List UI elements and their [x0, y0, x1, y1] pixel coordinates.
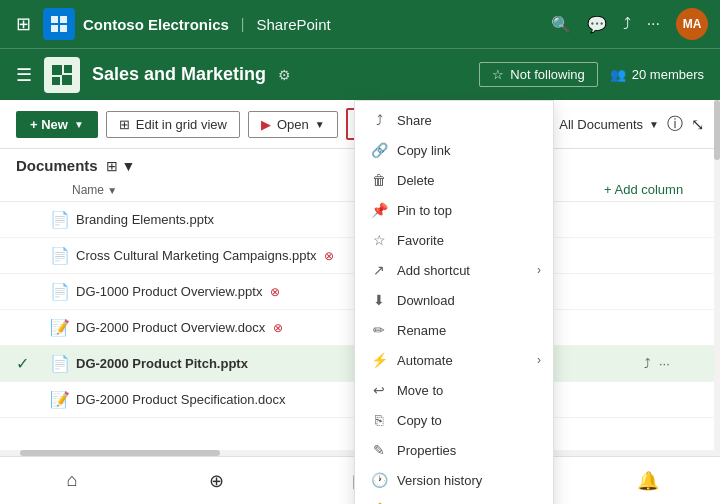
menu-item-automate[interactable]: ⚡ Automate › — [355, 345, 553, 375]
ppt-file-icon: 📄 — [48, 210, 72, 229]
properties-label: Properties — [397, 443, 456, 458]
top-navigation: ⊞ Contoso Electronics | SharePoint 🔍 💬 ⤴… — [0, 0, 720, 48]
menu-item-copy-link[interactable]: 🔗 Copy link — [355, 135, 553, 165]
share-menu-icon: ⤴ — [371, 112, 387, 128]
vertical-scrollbar[interactable] — [714, 100, 720, 480]
globe-nav-icon[interactable]: ⊕ — [192, 457, 240, 505]
shortcut-icon: ↗ — [371, 262, 387, 278]
copy-to-label: Copy to — [397, 413, 442, 428]
svg-rect-3 — [60, 25, 67, 32]
favorite-label: Favorite — [397, 233, 444, 248]
history-icon: 🕐 — [371, 472, 387, 488]
site-icon — [44, 57, 80, 93]
home-nav-icon[interactable]: ⌂ — [48, 457, 96, 505]
ppt-file-icon: 📄 — [48, 354, 72, 373]
open-icon: ▶ — [261, 117, 271, 132]
view-switch-icon[interactable]: ⊞ ▼ — [106, 158, 136, 174]
share-action-icon[interactable]: ⤴ — [644, 356, 651, 371]
check-icon: ✓ — [16, 354, 29, 373]
error-icon: ⊗ — [273, 321, 283, 335]
version-history-label: Version history — [397, 473, 482, 488]
menu-item-download[interactable]: ⬇ Download — [355, 285, 553, 315]
svg-rect-2 — [51, 25, 58, 32]
automate-label: Automate — [397, 353, 453, 368]
row-checkbox[interactable]: ✓ — [16, 354, 48, 373]
menu-item-move-to[interactable]: ↩ Move to — [355, 375, 553, 405]
pin-icon: 📌 — [371, 202, 387, 218]
more-action-icon[interactable]: ··· — [659, 356, 670, 371]
menu-item-properties[interactable]: ✎ Properties — [355, 435, 553, 465]
people-icon: 👥 — [610, 67, 626, 82]
menu-item-add-shortcut[interactable]: ↗ Add shortcut › — [355, 255, 553, 285]
properties-icon: ✎ — [371, 442, 387, 458]
menu-item-alert-me[interactable]: 🔔 Alert me — [355, 495, 553, 504]
following-label: Not following — [510, 67, 584, 82]
all-documents-button[interactable]: ≡ All Documents ▼ — [546, 117, 659, 132]
settings-icon[interactable]: ⚙ — [278, 67, 291, 83]
context-menu: ⤴ Share 🔗 Copy link 🗑 Delete 📌 Pin to to… — [354, 100, 554, 504]
menu-item-favorite[interactable]: ☆ Favorite — [355, 225, 553, 255]
rename-icon: ✏ — [371, 322, 387, 338]
star-icon: ☆ — [492, 67, 504, 82]
bell-nav-icon[interactable]: 🔔 — [624, 457, 672, 505]
edit-grid-button[interactable]: ⊞ Edit in grid view — [106, 111, 240, 138]
menu-item-pin[interactable]: 📌 Pin to top — [355, 195, 553, 225]
svg-rect-0 — [51, 16, 58, 23]
members-label: 20 members — [632, 67, 704, 82]
menu-item-share[interactable]: ⤴ Share — [355, 105, 553, 135]
move-to-label: Move to — [397, 383, 443, 398]
svg-rect-7 — [62, 75, 72, 85]
share-icon[interactable]: ⤴ — [623, 15, 631, 33]
all-docs-chevron-icon: ▼ — [649, 119, 659, 130]
word-file-icon: 📝 — [48, 318, 72, 337]
menu-item-copy-to[interactable]: ⎘ Copy to — [355, 405, 553, 435]
top-nav-actions: 🔍 💬 ⤴ ··· MA — [551, 8, 708, 40]
submenu-chevron-icon: › — [537, 353, 541, 367]
svg-rect-5 — [64, 65, 72, 73]
edit-grid-label: Edit in grid view — [136, 117, 227, 132]
avatar[interactable]: MA — [676, 8, 708, 40]
share-label: Share — [397, 113, 432, 128]
move-icon: ↩ — [371, 382, 387, 398]
chevron-down-icon: ▼ — [74, 119, 84, 130]
waffle-icon[interactable]: ⊞ — [12, 9, 35, 39]
svg-rect-4 — [52, 65, 62, 75]
menu-item-delete[interactable]: 🗑 Delete — [355, 165, 553, 195]
rename-label: Rename — [397, 323, 446, 338]
ppt-file-icon: 📄 — [48, 282, 72, 301]
site-title: Sales and Marketing — [92, 64, 266, 85]
menu-item-rename[interactable]: ✏ Rename — [355, 315, 553, 345]
ppt-file-icon: 📄 — [48, 246, 72, 265]
menu-item-version-history[interactable]: 🕐 Version history — [355, 465, 553, 495]
error-icon: ⊗ — [324, 249, 334, 263]
chat-icon[interactable]: 💬 — [587, 15, 607, 34]
svg-rect-1 — [60, 16, 67, 23]
site-header: ☰ Sales and Marketing ⚙ ☆ Not following … — [0, 48, 720, 100]
star-menu-icon: ☆ — [371, 232, 387, 248]
open-chevron-icon: ▼ — [315, 119, 325, 130]
more-options-icon[interactable]: ··· — [647, 15, 660, 33]
svg-rect-6 — [52, 77, 60, 85]
platform-name: SharePoint — [257, 16, 331, 33]
grid-icon: ⊞ — [119, 117, 130, 132]
add-shortcut-label: Add shortcut — [397, 263, 470, 278]
following-button[interactable]: ☆ Not following — [479, 62, 597, 87]
open-button[interactable]: ▶ Open ▼ — [248, 111, 338, 138]
download-icon: ⬇ — [371, 292, 387, 308]
search-icon[interactable]: 🔍 — [551, 15, 571, 34]
error-icon: ⊗ — [270, 285, 280, 299]
add-column-button[interactable]: + Add column — [604, 182, 683, 197]
info-icon[interactable]: ⓘ — [667, 114, 683, 135]
documents-title: Documents — [16, 157, 98, 174]
new-button[interactable]: + New ▼ — [16, 111, 98, 138]
members-button[interactable]: 👥 20 members — [610, 67, 704, 82]
delete-label: Delete — [397, 173, 435, 188]
word-file-icon: 📝 — [48, 390, 72, 409]
automate-icon: ⚡ — [371, 352, 387, 368]
hamburger-menu-icon[interactable]: ☰ — [16, 64, 32, 86]
download-label: Download — [397, 293, 455, 308]
new-button-label: + New — [30, 117, 68, 132]
expand-icon[interactable]: ⤡ — [691, 115, 704, 134]
app-logo — [43, 8, 75, 40]
copy-to-icon: ⎘ — [371, 412, 387, 428]
